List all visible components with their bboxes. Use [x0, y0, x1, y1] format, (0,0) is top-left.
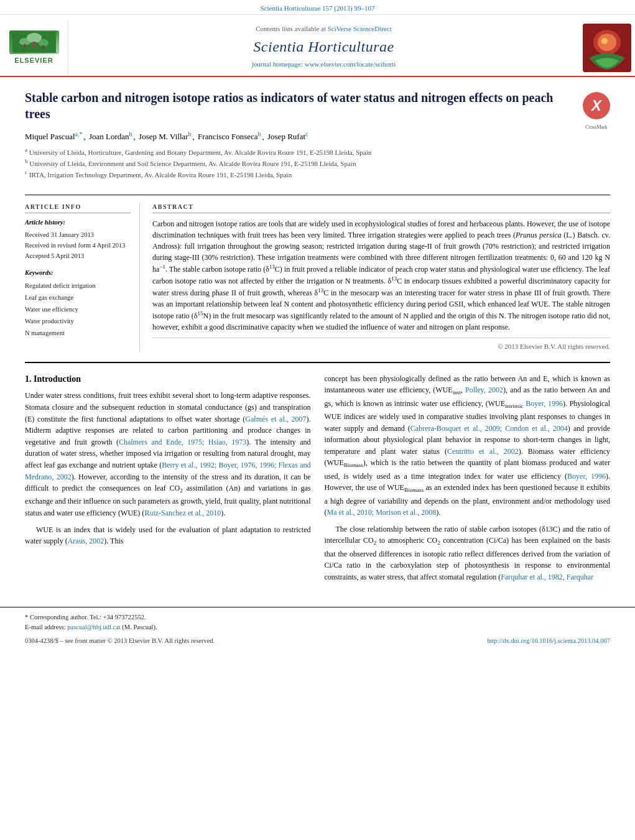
ref-boyer96b[interactable]: Boyer, 1996: [567, 472, 606, 481]
author-2: Joan Lordanb: [89, 132, 132, 141]
affiliation-c: c IRTA, Irrigation Technology Department…: [25, 168, 573, 180]
ref-centritto[interactable]: Centritto et al., 2002: [447, 447, 519, 456]
footer-bottom: 0304-4238/$ – see front matter © 2013 El…: [25, 637, 610, 646]
right-para-2: The close relationship between the ratio…: [325, 524, 611, 583]
author-4: Francisco Fonsecab: [198, 132, 261, 141]
abstract-paragraph: Carbon and nitrogen isotope ratios are t…: [152, 218, 610, 333]
elsevier-logo-area: ELSEVIER: [0, 20, 68, 76]
page: Scientia Horticulturae 157 (2013) 99–107: [0, 0, 635, 840]
svg-rect-2: [32, 42, 36, 48]
ref-farquhar[interactable]: Farquhar et al., 1982, Farquhar: [501, 573, 593, 581]
journal-citation: Scientia Horticulturae 157 (2013) 99–107: [261, 4, 375, 12]
article-history: Article history: Received 31 January 201…: [25, 218, 131, 261]
journal-logo-area: [579, 20, 635, 76]
keyword-3: Water use efficiency: [25, 304, 131, 316]
doi-link[interactable]: http://dx.doi.org/10.1016/j.scienta.2013…: [487, 637, 610, 646]
svg-rect-4: [24, 44, 26, 49]
affiliations: a University of Lleida, Horticulture, Ga…: [25, 146, 573, 180]
keywords-section: Keywords: Regulated deficit irrigation L…: [25, 269, 131, 339]
left-col-article-info: ARTICLE INFO Article history: Received 3…: [25, 203, 140, 351]
keyword-2: Leaf gas exchange: [25, 292, 131, 304]
article-info-label: ARTICLE INFO: [25, 203, 131, 213]
body-content: 1. Introduction Under water stress condi…: [25, 373, 610, 588]
journal-header: ELSEVIER Contents lists available at Sci…: [0, 15, 635, 77]
article-info-abstract-section: ARTICLE INFO Article history: Received 3…: [25, 195, 610, 351]
journal-cover-image: [583, 24, 631, 72]
main-content: Stable carbon and nitrogen isotope ratio…: [0, 77, 635, 600]
top-bar: Scientia Horticulturae 157 (2013) 99–107: [0, 0, 635, 15]
journal-center-info: Contents lists available at SciVerse Sci…: [68, 20, 579, 76]
issn-line: 0304-4238/$ – see front matter © 2013 El…: [25, 637, 215, 646]
corresponding-note: * Corresponding author. Tel.: +34 973722…: [25, 614, 146, 621]
journal-title: Scientia Horticulturae: [253, 37, 394, 58]
footer: * Corresponding author. Tel.: +34 973722…: [0, 607, 635, 650]
svg-point-10: [601, 38, 608, 44]
intro-heading: 1. Introduction: [25, 373, 311, 385]
abstract-text: Carbon and nitrogen isotope ratios are t…: [152, 218, 610, 333]
keyword-5: N management: [25, 328, 131, 339]
keywords-label: Keywords:: [25, 269, 131, 278]
elsevier-wordmark: ELSEVIER: [14, 56, 53, 65]
article-title: Stable carbon and nitrogen isotope ratio…: [25, 90, 573, 122]
footnote-corresponding: * Corresponding author. Tel.: +34 973722…: [25, 612, 610, 623]
svg-text:X: X: [590, 97, 603, 114]
svg-rect-6: [42, 45, 45, 49]
keyword-4: Water productivity: [25, 316, 131, 328]
ref-boyer96[interactable]: Boyer, 1996: [526, 399, 563, 408]
accepted-date: Accepted 5 April 2013: [25, 251, 131, 262]
journal-homepage: journal homepage: www.elsevier.com/locat…: [252, 60, 396, 69]
received-date: Received 31 January 2013: [25, 230, 131, 241]
ref-galmes[interactable]: Galmés et al., 2007: [245, 415, 306, 423]
author-3: Josep M. Villarb: [139, 132, 192, 141]
ref-ruiz[interactable]: Ruiz-Sanchez et al., 2010: [144, 509, 221, 517]
copyright-line: © 2013 Elsevier B.V. All rights reserved…: [152, 338, 610, 351]
intro-body-left: Under water stress conditions, fruit tre…: [25, 390, 311, 547]
affiliation-b: b University of Lleida, Environment and …: [25, 157, 573, 168]
revised-date: Received in revised form 4 April 2013: [25, 241, 131, 251]
crossmark-logo[interactable]: X CrossMark: [583, 92, 610, 119]
ref-berry[interactable]: Berry et al., 1992; Boyer, 1976, 1996; F…: [25, 461, 311, 481]
history-label: Article history:: [25, 218, 131, 228]
ref-chalmers[interactable]: Chalmers and Ende, 1975; Hsiao, 1973: [119, 438, 246, 446]
body-col-left: 1. Introduction Under water stress condi…: [25, 373, 311, 588]
author-5: Josep Rufatc: [267, 132, 308, 141]
ref-araus[interactable]: Araus, 2002: [68, 537, 104, 545]
abstract-label: ABSTRACT: [152, 203, 610, 213]
ref-cabrera[interactable]: Cabrera-Bosquet et al., 2009; Condon et …: [410, 424, 568, 433]
body-separator: [25, 362, 610, 363]
footnote-email: E-mail address: pascual@hbj.udl.cat (M. …: [25, 622, 610, 633]
authors-line: Miquel Pascuala,*, Joan Lordanb, Josep M…: [25, 129, 573, 142]
intro-body-right: concept has been physiologically defined…: [325, 373, 611, 583]
abstract-section: ABSTRACT Carbon and nitrogen isotope rat…: [152, 203, 610, 351]
intro-para-1: Under water stress conditions, fruit tre…: [25, 390, 311, 519]
author-1: Miquel Pascuala,*: [25, 132, 82, 141]
affiliation-a: a University of Lleida, Horticulture, Ga…: [25, 146, 573, 157]
right-para-1: concept has been physiologically defined…: [325, 373, 611, 519]
intro-para-2: WUE is an index that is widely used for …: [25, 524, 311, 547]
ref-polley[interactable]: Polley, 2002: [465, 385, 503, 394]
article-title-section: Stable carbon and nitrogen isotope ratio…: [25, 90, 610, 188]
homepage-url[interactable]: www.elsevier.com/locate/scihorti: [305, 60, 396, 68]
sciverse-link[interactable]: SciVerse ScienceDirect: [328, 25, 392, 32]
keyword-1: Regulated deficit irrigation: [25, 280, 131, 292]
body-col-right: concept has been physiologically defined…: [325, 373, 611, 588]
ref-ma[interactable]: Ma et al., 2010; Morison et al., 2008: [327, 508, 437, 517]
email-link[interactable]: pascual@hbj.udl.cat: [67, 624, 120, 630]
contents-line: Contents lists available at SciVerse Sci…: [256, 24, 391, 34]
article-title-text: Stable carbon and nitrogen isotope ratio…: [25, 90, 573, 182]
